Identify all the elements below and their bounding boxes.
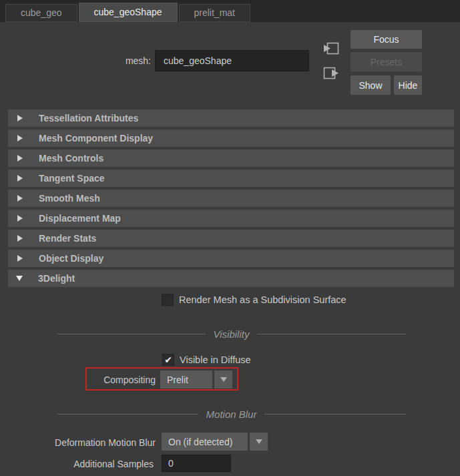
- divider-line: [57, 334, 206, 334]
- dropdown-arrow-button: [214, 371, 232, 389]
- deformation-motion-blur-dropdown[interactable]: On (if detected): [162, 433, 268, 451]
- attribute-sections: Tessellation Attributes Mesh Component D…: [8, 109, 454, 290]
- checkmark-icon: ✔: [164, 354, 172, 366]
- section-label: Displacement Map: [39, 213, 121, 224]
- compositing-dropdown-value: Prelit: [160, 371, 212, 389]
- connection-input-icon[interactable]: [322, 41, 340, 59]
- visible-in-diffuse-checkbox[interactable]: ✔: [162, 354, 174, 366]
- triangle-right-icon: [17, 195, 23, 202]
- section-label: Mesh Component Display: [39, 133, 153, 144]
- divider-line: [257, 334, 406, 334]
- additional-samples-label: Additional Samples: [40, 459, 154, 469]
- section-header-smooth-mesh[interactable]: Smooth Mesh: [8, 190, 454, 207]
- tab-cube-geoshape[interactable]: cube_geoShape: [79, 3, 178, 22]
- section-header-mesh-component-display[interactable]: Mesh Component Display: [8, 130, 454, 147]
- section-header-tessellation-attributes[interactable]: Tessellation Attributes: [8, 109, 454, 127]
- triangle-down-icon: [256, 439, 262, 444]
- triangle-right-icon: [17, 175, 23, 182]
- divider-title: Visibility: [214, 328, 250, 340]
- hide-button[interactable]: Hide: [394, 75, 422, 95]
- tab-prelit-mat[interactable]: prelit_mat: [179, 4, 250, 22]
- motion-blur-divider: Motion Blur: [57, 407, 406, 421]
- triangle-right-icon: [17, 255, 23, 262]
- connection-output-icon[interactable]: [322, 62, 340, 81]
- mesh-name-input[interactable]: [155, 50, 309, 71]
- section-header-tangent-space[interactable]: Tangent Space: [8, 170, 454, 187]
- visibility-divider: Visibility: [57, 327, 406, 340]
- tab-cube-geo[interactable]: cube_geo: [5, 4, 77, 22]
- divider-line: [264, 414, 406, 415]
- dropdown-arrow-button: [250, 433, 268, 451]
- section-header-mesh-controls[interactable]: Mesh Controls: [8, 150, 454, 167]
- attribute-editor-panel: cube_geo cube_geoShape prelit_mat mesh: …: [0, 0, 460, 476]
- section-label: Tessellation Attributes: [39, 113, 138, 124]
- divider-title: Motion Blur: [206, 409, 257, 420]
- additional-samples-input[interactable]: [162, 455, 231, 472]
- render-mesh-subdivision-label: Render Mesh as a Subdivision Surface: [179, 294, 347, 305]
- presets-button[interactable]: Presets: [351, 52, 422, 71]
- triangle-right-icon: [17, 215, 23, 222]
- triangle-right-icon: [17, 235, 23, 242]
- section-label: Smooth Mesh: [39, 193, 100, 204]
- triangle-down-icon: [220, 377, 227, 382]
- tab-bar: cube_geo cube_geoShape prelit_mat: [0, 0, 460, 22]
- divider-line: [57, 414, 198, 415]
- deformation-dropdown-value: On (if detected): [162, 433, 248, 451]
- triangle-down-icon: [16, 276, 23, 281]
- section-label: Render Stats: [39, 233, 96, 244]
- show-button[interactable]: Show: [351, 75, 391, 95]
- triangle-right-icon: [17, 135, 23, 142]
- section-header-object-display[interactable]: Object Display: [8, 250, 454, 267]
- section-label: Tangent Space: [39, 173, 105, 184]
- section-header-render-stats[interactable]: Render Stats: [8, 230, 454, 247]
- section-label: Object Display: [39, 253, 103, 264]
- mesh-field-label: mesh:: [80, 55, 151, 66]
- render-mesh-subdivision-checkbox[interactable]: [162, 294, 174, 306]
- compositing-label: Compositing: [67, 375, 156, 385]
- section-label: Mesh Controls: [39, 153, 103, 164]
- deformation-motion-blur-label: Deformation Motion Blur: [27, 437, 156, 448]
- section-label: 3Delight: [38, 273, 75, 284]
- focus-button[interactable]: Focus: [351, 30, 422, 49]
- compositing-dropdown[interactable]: Prelit: [160, 371, 232, 389]
- section-header-3delight[interactable]: 3Delight: [8, 270, 454, 287]
- triangle-right-icon: [17, 155, 23, 162]
- visible-in-diffuse-label: Visible in Diffuse: [180, 354, 251, 365]
- triangle-right-icon: [17, 115, 23, 122]
- section-header-displacement-map[interactable]: Displacement Map: [8, 210, 454, 227]
